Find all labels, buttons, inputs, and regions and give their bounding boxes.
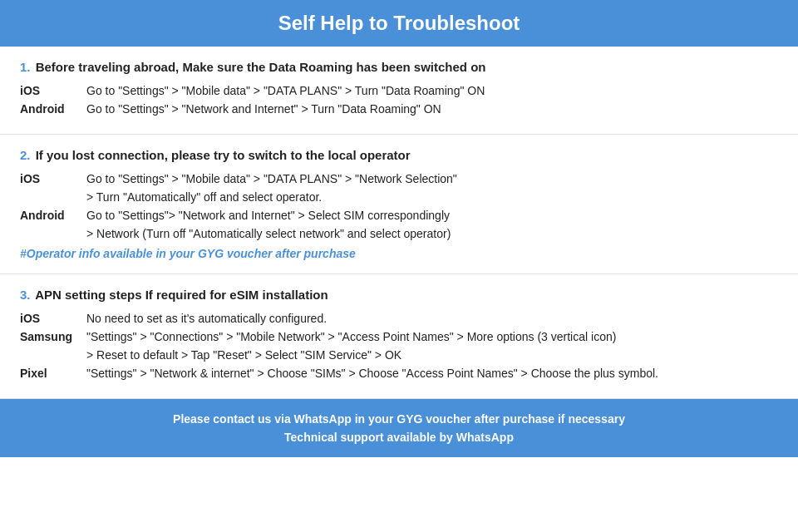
section-3: 3. APN setting steps If required for eSI…: [0, 274, 798, 399]
item-label-3-2: Samsung: [20, 330, 86, 343]
item-text-3-3: "Settings" > "Network & internet" > Choo…: [86, 367, 778, 380]
item-row-1-1: iOSGo to "Settings" > "Mobile data" > "D…: [20, 84, 778, 97]
item-label-3-1: iOS: [20, 312, 86, 325]
section-2: 2. If you lost connection, please try to…: [0, 135, 798, 274]
item-row-1-2: AndroidGo to "Settings" > "Network and I…: [20, 102, 778, 116]
section-number-2: 2.: [20, 148, 31, 162]
item-continuation-2-2: > Network (Turn off "Automatically selec…: [86, 227, 778, 240]
section-1: 1. Before traveling abroad, Make sure th…: [0, 47, 798, 135]
page-title: Self Help to Troubleshoot: [17, 12, 781, 35]
footer-line2: Technical support available by WhatsApp: [17, 431, 781, 444]
item-row-2-1: iOSGo to "Settings" > "Mobile data" > "D…: [20, 172, 778, 185]
item-continuation-2-1: > Turn "Automatically" off and select op…: [86, 190, 778, 204]
section-note-2: #Operator info available in your GYG vou…: [20, 247, 778, 260]
item-label-2-1: iOS: [20, 172, 86, 185]
item-row-2-2: AndroidGo to "Settings"> "Network and In…: [20, 209, 778, 222]
item-text-3-1: No need to set as it's automatically con…: [86, 312, 778, 325]
item-label-3-3: Pixel: [20, 367, 86, 380]
item-continuation-3-2: > Reset to default > Tap "Reset" > Selec…: [86, 348, 778, 362]
section-number-3: 3.: [20, 288, 31, 302]
section-title-3: 3. APN setting steps If required for eSI…: [20, 288, 778, 302]
section-title-1: 1. Before traveling abroad, Make sure th…: [20, 60, 778, 74]
item-row-3-2: Samsung"Settings" > "Connections" > "Mob…: [20, 330, 778, 343]
item-row-3-1: iOSNo need to set as it's automatically …: [20, 312, 778, 325]
item-text-1-2: Go to "Settings" > "Network and Internet…: [86, 102, 778, 116]
page-footer: Please contact us via WhatsApp in your G…: [0, 399, 798, 457]
page-header: Self Help to Troubleshoot: [0, 0, 798, 47]
item-text-3-2: "Settings" > "Connections" > "Mobile Net…: [86, 330, 778, 343]
item-label-1-1: iOS: [20, 84, 86, 97]
item-label-2-2: Android: [20, 209, 86, 222]
footer-line1: Please contact us via WhatsApp in your G…: [17, 412, 781, 426]
item-label-1-2: Android: [20, 102, 86, 116]
item-text-1-1: Go to "Settings" > "Mobile data" > "DATA…: [86, 84, 778, 97]
item-text-2-1: Go to "Settings" > "Mobile data" > "DATA…: [86, 172, 778, 185]
section-title-2: 2. If you lost connection, please try to…: [20, 148, 778, 162]
item-text-2-2: Go to "Settings"> "Network and Internet"…: [86, 209, 778, 222]
item-row-3-3: Pixel"Settings" > "Network & internet" >…: [20, 367, 778, 380]
section-number-1: 1.: [20, 60, 31, 74]
